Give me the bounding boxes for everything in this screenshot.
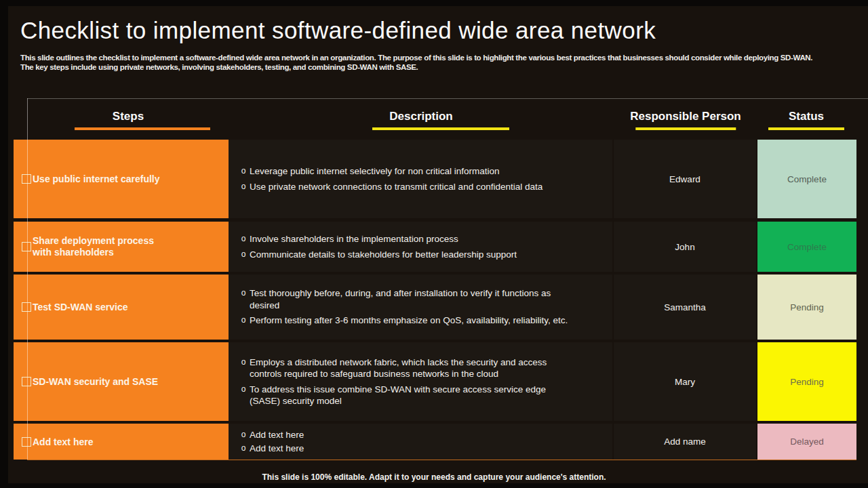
table-row: Add text here oAdd text here oAdd text h… [0, 424, 868, 460]
checkbox-icon[interactable] [22, 242, 31, 251]
column-header-steps: Steps [60, 110, 196, 130]
description-cell: oTest thoroughly before, during, and aft… [229, 274, 612, 340]
table-bottom-border [27, 460, 856, 460]
table-left-border [27, 98, 28, 460]
status-badge: Complete [757, 222, 856, 272]
bullet-icon: o [237, 233, 250, 245]
slide-frame [0, 0, 868, 6]
status-badge: Delayed [757, 424, 856, 460]
step-label: Use public internet carefully [33, 174, 224, 185]
description-item: Use private network connections to trans… [250, 181, 542, 193]
step-label: Test SD-WAN service [33, 302, 224, 313]
slide-subtitle: This slide outlines the checklist to imp… [20, 53, 865, 72]
description-cell: oInvolve shareholders in the implementat… [229, 222, 612, 272]
description-item: Add text here [250, 443, 304, 455]
table-row: SD-WAN security and SASE oEmploys a dist… [0, 342, 868, 421]
description-item: Employs a distributed network fabric, wh… [250, 357, 547, 380]
step-cell: Add text here [14, 424, 229, 460]
checkbox-icon[interactable] [22, 377, 31, 386]
responsible-person-cell: Edward [614, 140, 756, 218]
column-header-label: Status [789, 110, 824, 123]
description-cell: oAdd text here oAdd text here [229, 424, 612, 460]
responsible-person-cell: Add name [614, 424, 756, 460]
step-label: Add text here [33, 436, 224, 447]
subtitle-line: This slide outlines the checklist to imp… [20, 53, 865, 62]
step-label: Share deployment process with shareholde… [33, 235, 224, 258]
bullet-icon: o [237, 443, 250, 455]
description-item: Leverage public internet selectively for… [250, 165, 499, 178]
table-row: Share deployment process with shareholde… [0, 222, 868, 272]
column-header-label: Responsible Person [630, 110, 741, 123]
bullet-icon: o [237, 429, 250, 441]
description-cell: oEmploys a distributed network fabric, w… [229, 342, 612, 421]
description-item: Involve shareholders in the implementati… [250, 233, 458, 245]
column-header-description: Description [353, 110, 490, 130]
description-item: Add text here [250, 429, 304, 441]
header-underline [75, 127, 210, 130]
bullet-icon: o [237, 287, 250, 300]
header-underline [372, 127, 509, 130]
bullet-icon: o [237, 181, 250, 193]
responsible-person-cell: Samantha [614, 274, 756, 340]
subtitle-line: The key steps include using private netw… [20, 62, 865, 72]
description-item: Perform testing after 3-6 months emphasi… [250, 314, 568, 327]
responsible-person-cell: Mary [614, 342, 756, 421]
checkbox-icon[interactable] [22, 437, 31, 447]
description-item: Communicate details to stakeholders for … [250, 249, 517, 261]
status-badge: Pending [757, 274, 856, 340]
step-cell: Use public internet carefully [14, 140, 229, 218]
checkbox-icon[interactable] [22, 174, 31, 184]
column-header-label: Steps [113, 110, 144, 123]
status-badge: Pending [757, 342, 856, 421]
bullet-icon: o [237, 249, 250, 261]
table-row: Use public internet carefully oLeverage … [0, 140, 868, 218]
column-header-responsible-person: Responsible Person [630, 110, 741, 130]
checkbox-icon[interactable] [22, 302, 31, 312]
status-badge: Complete [757, 140, 856, 218]
slide-frame [0, 483, 868, 488]
header-underline [635, 127, 736, 130]
bullet-icon: o [237, 384, 250, 396]
responsible-person-cell: John [614, 222, 756, 272]
slide: Checklist to implement software-defined … [0, 0, 868, 488]
table-row: Test SD-WAN service oTest thoroughly bef… [0, 274, 868, 340]
header-underline [768, 127, 844, 130]
page-title: Checklist to implement software-defined … [20, 17, 656, 44]
step-label: SD-WAN security and SASE [33, 376, 224, 388]
bullet-icon: o [237, 165, 250, 178]
bullet-icon: o [237, 314, 250, 327]
step-cell: Test SD-WAN service [14, 274, 229, 340]
description-item: Test thoroughly before, during, and afte… [250, 287, 551, 311]
column-header-status: Status [768, 110, 844, 130]
step-cell: Share deployment process with shareholde… [14, 222, 229, 272]
column-header-label: Description [389, 110, 453, 123]
description-item: To address this issue combine SD-WAN wit… [250, 384, 546, 407]
description-cell: oLeverage public internet selectively fo… [229, 140, 612, 218]
footer-note: This slide is 100% editable. Adapt it to… [0, 472, 868, 482]
table-top-border [27, 98, 868, 99]
step-cell: SD-WAN security and SASE [14, 342, 229, 421]
bullet-icon: o [237, 357, 250, 369]
